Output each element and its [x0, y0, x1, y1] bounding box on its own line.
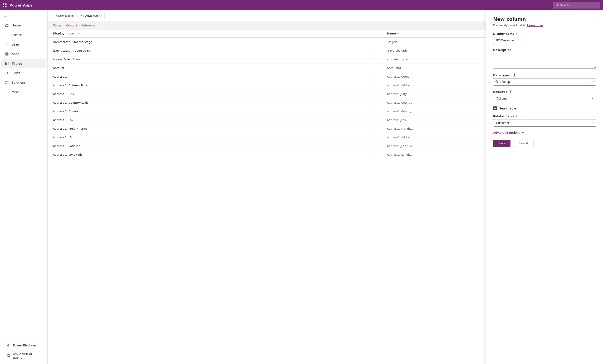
searchable-checkbox[interactable]	[493, 106, 497, 110]
th-display-name[interactable]: Display name ↑	[48, 30, 382, 37]
learn-more-link[interactable]: Learn more	[527, 24, 543, 27]
chevron-down-icon	[397, 32, 400, 35]
sidebar-item-flows[interactable]: Flows	[1, 69, 46, 77]
cell-display-name: Address 1: ID ⋮	[48, 133, 382, 142]
svg-rect-3	[5, 6, 7, 7]
data-type-info-icon[interactable]: i	[513, 73, 516, 77]
search-input[interactable]	[560, 4, 598, 7]
advanced-options-label: Advanced options	[493, 131, 520, 134]
ellipsis-icon	[5, 90, 9, 94]
sidebar-item-learn[interactable]: Learn	[1, 40, 46, 49]
breadcrumb-tables[interactable]: Tables	[53, 24, 61, 27]
required-indicator: *	[516, 115, 517, 118]
chevron-down-icon	[99, 14, 102, 17]
sidebar: Home Create Learn	[0, 11, 48, 364]
svg-rect-14	[7, 53, 9, 54]
cancel-button[interactable]: Cancel	[513, 140, 533, 147]
row-menu-button[interactable]: ⋮	[371, 127, 376, 131]
new-column-panel: New column × Previously called fields. L…	[486, 11, 603, 364]
new-column-button[interactable]: + New column	[53, 12, 77, 19]
advanced-options-toggle[interactable]: Advanced options	[493, 131, 596, 134]
svg-rect-1	[5, 3, 7, 5]
svg-line-32	[497, 82, 498, 83]
related-table-label: Related table *	[493, 115, 596, 118]
data-type-select-wrap: Lookup Text Number Date	[493, 78, 596, 86]
advanced-label: Advanced	[85, 14, 98, 17]
required-select[interactable]: Optional Required Recommended	[493, 95, 596, 102]
svg-point-23	[6, 74, 7, 75]
save-button[interactable]: Save	[493, 140, 510, 147]
panel-close-button[interactable]: ×	[592, 16, 596, 23]
cell-display-name: Address 1: Fax ⋮	[48, 116, 382, 124]
flow-icon	[5, 71, 9, 75]
svg-line-5	[557, 6, 558, 6]
advanced-button[interactable]: Advanced	[78, 12, 105, 19]
app-title: Power Apps	[10, 3, 33, 7]
panel-actions: Save Cancel	[493, 140, 596, 147]
svg-rect-15	[6, 54, 7, 56]
sidebar-item-ask-agent[interactable]: Ask a virtual agent	[3, 350, 45, 361]
app-menu-button[interactable]	[3, 3, 7, 7]
row-menu-button[interactable]: ⋮	[371, 75, 376, 79]
svg-point-21	[6, 72, 7, 73]
required-field-label: Required i	[493, 90, 596, 94]
book-icon	[5, 42, 9, 47]
data-type-group: Data type * i Lookup Text Number Date	[493, 73, 596, 86]
row-menu-button[interactable]: ⋮	[371, 118, 376, 122]
row-menu-button[interactable]: ⋮	[371, 101, 376, 105]
cell-display-name: Address 1: Latitude ⋮	[48, 142, 382, 151]
chat-icon	[6, 353, 10, 358]
cell-display-name: (Deprecated) Process Stage ⋮	[48, 37, 382, 47]
breadcrumb-columns[interactable]: Columns	[82, 24, 99, 27]
apps-icon	[5, 52, 9, 56]
sidebar-item-power-platform[interactable]: Power Platform	[3, 341, 45, 350]
sidebar-item-more[interactable]: More	[1, 88, 46, 96]
cell-display-name: Account ⋮	[48, 64, 382, 72]
row-menu-button[interactable]: ⋮	[371, 109, 376, 113]
sidebar-item-label: Solutions	[12, 81, 25, 84]
breadcrumb-contact[interactable]: Contact	[66, 24, 77, 27]
svg-rect-16	[7, 54, 9, 56]
searchable-info-icon[interactable]: i	[517, 107, 518, 110]
data-type-select[interactable]: Lookup Text Number Date	[493, 78, 596, 86]
panel-subtitle: Previously called fields. Learn more	[493, 24, 596, 27]
display-name-label: Display name *	[493, 32, 596, 35]
puzzle-icon	[5, 81, 9, 85]
related-table-select[interactable]: Customer Account Contact Lead	[493, 119, 596, 127]
required-info-icon[interactable]: i	[509, 90, 512, 94]
data-type-label: Data type * i	[493, 73, 596, 77]
sidebar-item-label: Tables	[12, 62, 23, 65]
sidebar-item-label: Ask a virtual agent	[13, 352, 41, 359]
sidebar-item-home[interactable]: Home	[1, 21, 46, 30]
row-menu-button[interactable]: ⋮	[371, 144, 376, 148]
description-input[interactable]	[493, 53, 596, 69]
sidebar-item-label: Home	[12, 24, 21, 27]
table-icon	[5, 61, 9, 66]
sidebar-item-apps[interactable]: Apps	[1, 50, 46, 58]
display-name-input[interactable]	[493, 37, 596, 44]
row-menu-button[interactable]: ⋮	[371, 40, 376, 44]
row-menu-button[interactable]: ⋮	[371, 135, 376, 139]
chevron-down-icon	[522, 131, 524, 134]
home-icon	[5, 23, 9, 27]
row-menu-button[interactable]: ⋮	[371, 153, 376, 157]
plus-icon	[5, 33, 9, 37]
row-menu-button[interactable]: ⋮	[371, 83, 376, 87]
search-bar[interactable]	[553, 2, 600, 9]
row-menu-button[interactable]: ⋮	[371, 66, 376, 70]
sidebar-item-solutions[interactable]: Solutions	[1, 78, 46, 87]
sidebar-item-create[interactable]: Create	[1, 31, 46, 39]
svg-point-22	[8, 73, 9, 73]
sidebar-toggle[interactable]	[0, 11, 47, 21]
cell-display-name: Address 1: Country/Region ⋮	[48, 98, 382, 107]
cell-display-name: Address 1 ⋮	[48, 72, 382, 81]
row-menu-button[interactable]: ⋮	[371, 48, 376, 53]
breadcrumb-sep-1: ›	[63, 24, 64, 27]
sidebar-item-label: Learn	[12, 43, 20, 46]
svg-point-4	[556, 4, 558, 6]
display-name-group: Display name *	[493, 32, 596, 44]
row-menu-button[interactable]: ⋮	[371, 92, 376, 96]
sidebar-item-label: Power Platform	[13, 344, 36, 347]
sidebar-item-tables[interactable]: Tables	[1, 59, 46, 68]
row-menu-button[interactable]: ⋮	[371, 57, 376, 61]
